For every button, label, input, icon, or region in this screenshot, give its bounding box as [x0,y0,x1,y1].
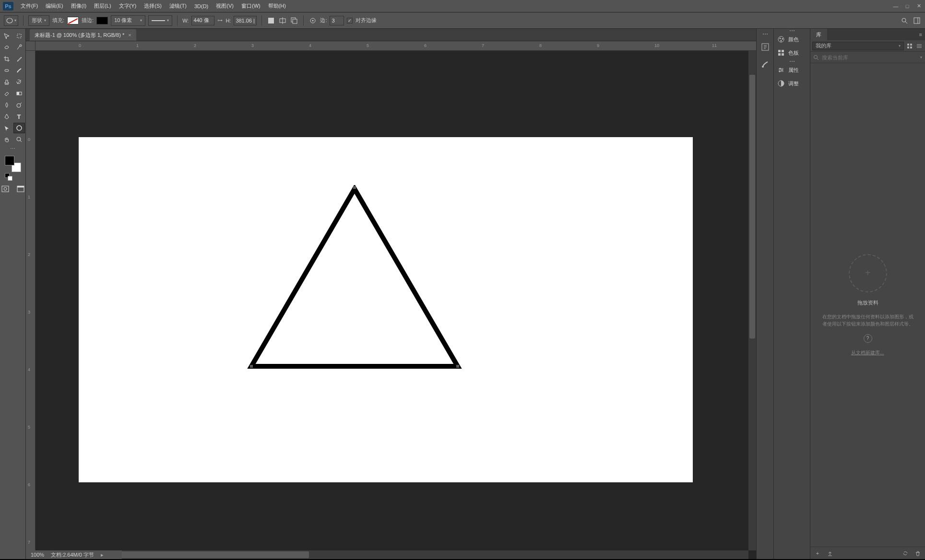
dodge-tool-icon[interactable] [13,100,25,110]
new-library-link[interactable]: 从文档新建库... [851,350,884,356]
move-tool-icon[interactable] [1,31,12,41]
pen-tool-icon[interactable] [1,111,12,122]
path-arrange-icon[interactable] [290,16,298,25]
shape-options-icon[interactable] [308,16,317,25]
link-wh-icon[interactable]: ⊶ [217,17,223,23]
gradient-tool-icon[interactable] [13,88,25,99]
healing-tool-icon[interactable] [1,65,12,76]
properties-panel-button[interactable]: 属性 [774,63,810,77]
svg-rect-6 [293,19,297,23]
grid-view-icon[interactable] [906,42,913,50]
history-brush-tool-icon[interactable] [13,77,25,87]
add-content-icon[interactable]: + [813,549,822,558]
stroke-swatch[interactable] [96,17,108,24]
menu-edit[interactable]: 编辑(E) [42,1,67,11]
blur-tool-icon[interactable] [1,100,12,110]
workspace-icon[interactable] [913,16,921,25]
stamp-tool-icon[interactable] [1,77,12,87]
panel-menu-icon[interactable]: ≡ [916,32,925,37]
canvas-viewport[interactable]: 0 1 2 3 4 5 6 7 8 9 10 11 0 1 2 3 4 5 6 [26,41,756,559]
add-asset-circle-icon[interactable]: + [849,254,887,292]
panel-grip-icon[interactable] [774,59,810,63]
hand-tool-icon[interactable] [1,134,12,145]
edit-toolbar-icon[interactable]: ⋯ [7,146,19,152]
window-maximize-icon[interactable]: □ [904,3,911,10]
swatches-panel-icon [777,48,785,57]
window-minimize-icon[interactable]: ― [892,3,899,10]
menu-window[interactable]: 窗口(W) [238,1,264,11]
menu-bar: Ps 文件(F) 编辑(E) 图像(I) 图层(L) 文字(Y) 选择(S) 滤… [0,0,925,12]
sync-icon[interactable] [901,549,910,558]
sides-input[interactable]: 3 [330,16,344,25]
width-input[interactable]: 440 像 [191,16,214,25]
library-tab[interactable]: 库 [810,29,827,40]
path-align-icon[interactable] [278,16,287,25]
shape-tool-icon[interactable] [13,123,25,133]
eraser-tool-icon[interactable] [1,88,12,99]
menu-view[interactable]: 视图(V) [213,1,237,11]
menu-3d[interactable]: 3D(D) [191,2,212,11]
library-search-input[interactable] [822,55,917,60]
history-panel-icon[interactable] [759,41,771,53]
brush-tool-icon[interactable] [13,65,25,76]
search-icon[interactable] [900,16,909,25]
lasso-tool-icon[interactable] [1,42,12,53]
color-panel-button[interactable]: 颜色 [774,33,810,46]
current-tool-icon[interactable]: ▾ [4,15,18,26]
fill-swatch[interactable] [67,17,79,24]
brush-panel-icon[interactable] [759,58,771,70]
stroke-style-select[interactable]: ▾ [148,15,172,26]
sides-label: 边: [320,17,327,24]
library-drop-zone[interactable]: + 拖放资料 在您的文档中拖放任何资料以添加图形，或者使用以下按钮来添加颜色和图… [810,63,925,547]
path-combine-icon[interactable] [267,16,275,25]
ruler-origin[interactable] [26,41,36,51]
zoom-level[interactable]: 100% [31,552,44,558]
tool-mode-select[interactable]: 形状 ▾ [28,15,49,26]
svg-rect-38 [782,50,784,52]
color-selector[interactable] [5,156,21,172]
adjustments-panel-button[interactable]: 调整 [774,77,810,90]
help-icon[interactable]: ? [864,334,872,343]
artboard-tool-icon[interactable] [13,31,25,41]
library-search: ▾ [810,52,925,63]
menu-select[interactable]: 选择(S) [141,1,165,11]
type-tool-icon[interactable]: T [13,111,25,122]
crop-tool-icon[interactable] [1,54,12,64]
path-select-tool-icon[interactable] [1,123,12,133]
dock-grip-icon[interactable] [760,34,770,35]
height-input[interactable]: 381.06 | [234,16,257,25]
vertical-scrollbar[interactable] [748,51,756,550]
menu-type[interactable]: 文字(Y) [116,1,140,11]
horizontal-scrollbar[interactable] [64,550,748,559]
foreground-color-swatch[interactable] [5,156,14,165]
swatches-panel-button[interactable]: 色板 [774,46,810,59]
menu-layer[interactable]: 图层(L) [91,1,114,11]
list-view-icon[interactable] [915,42,923,50]
zoom-tool-icon[interactable] [13,134,25,145]
align-edges-checkbox[interactable] [347,18,353,23]
svg-point-20 [17,126,22,130]
canvas[interactable] [79,137,693,482]
ruler-horizontal[interactable]: 0 1 2 3 4 5 6 7 8 9 10 11 [36,41,756,51]
close-tab-icon[interactable]: × [128,32,131,38]
library-select[interactable]: 我的库 ▾ [812,42,904,50]
svg-point-34 [780,38,781,39]
menu-filter[interactable]: 滤镜(T) [166,1,190,11]
default-colors-icon[interactable] [5,173,11,179]
quick-mask-icon[interactable] [0,184,11,194]
panel-grip-icon[interactable] [774,29,810,33]
stroke-width-input[interactable]: 10 像素 ▾ [111,15,145,26]
menu-image[interactable]: 图像(I) [68,1,90,11]
document-tab[interactable]: 未标题-1 @ 100% (多边形 1, RGB/8) * × [30,29,136,41]
polygon-shape[interactable] [247,185,462,372]
trash-icon[interactable] [913,549,922,558]
svg-rect-46 [910,44,912,46]
menu-help[interactable]: 帮助(H) [265,1,289,11]
window-close-icon[interactable]: ✕ [915,3,922,10]
ruler-vertical[interactable]: 0 1 2 3 4 5 6 7 [26,51,36,559]
eyedropper-tool-icon[interactable] [13,54,25,64]
upload-icon[interactable] [826,549,834,558]
menu-file[interactable]: 文件(F) [17,1,41,11]
screen-mode-icon[interactable] [15,184,26,194]
quick-select-tool-icon[interactable] [13,42,25,53]
